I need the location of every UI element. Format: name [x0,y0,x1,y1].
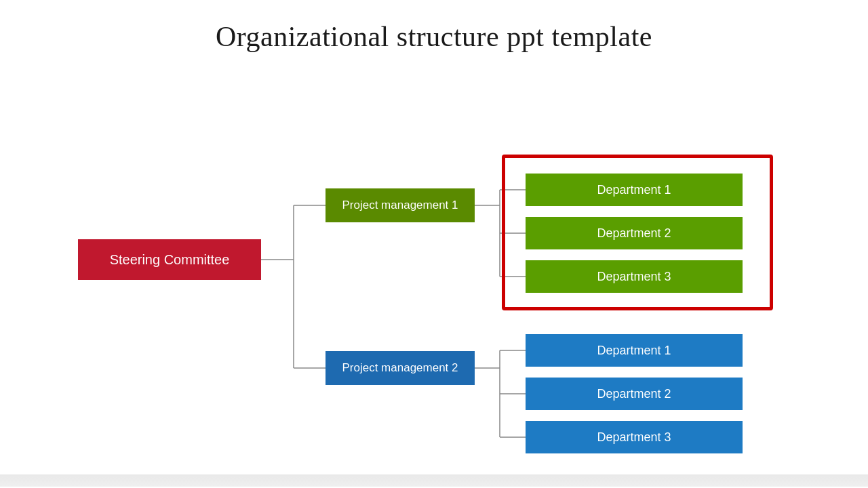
blue-dept-3-box: Department 3 [526,421,743,453]
blue-dept-1-box: Department 1 [526,334,743,367]
steering-committee-label: Steering Committee [110,252,230,268]
green-dept-3-label: Department 3 [597,270,671,284]
blue-dept-3-label: Department 3 [597,430,671,445]
green-dept-1-box: Department 1 [526,174,743,206]
blue-dept-2-label: Department 2 [597,387,671,401]
page-title: Organizational structure ppt template [0,0,868,53]
steering-committee-box: Steering Committee [78,239,261,280]
green-dept-1-label: Department 1 [597,183,671,197]
project-management-2-box: Project management 2 [326,351,475,385]
green-dept-2-box: Department 2 [526,217,743,249]
green-dept-3-box: Department 3 [526,260,743,293]
green-dept-2-label: Department 2 [597,226,671,241]
pm2-label: Project management 2 [342,361,458,375]
diagram-area: Steering Committee Project management 1 … [0,60,868,487]
blue-dept-2-box: Department 2 [526,378,743,410]
project-management-1-box: Project management 1 [326,188,475,222]
pm1-label: Project management 1 [342,199,458,212]
bottom-shadow [0,474,868,487]
blue-dept-1-label: Department 1 [597,344,671,358]
